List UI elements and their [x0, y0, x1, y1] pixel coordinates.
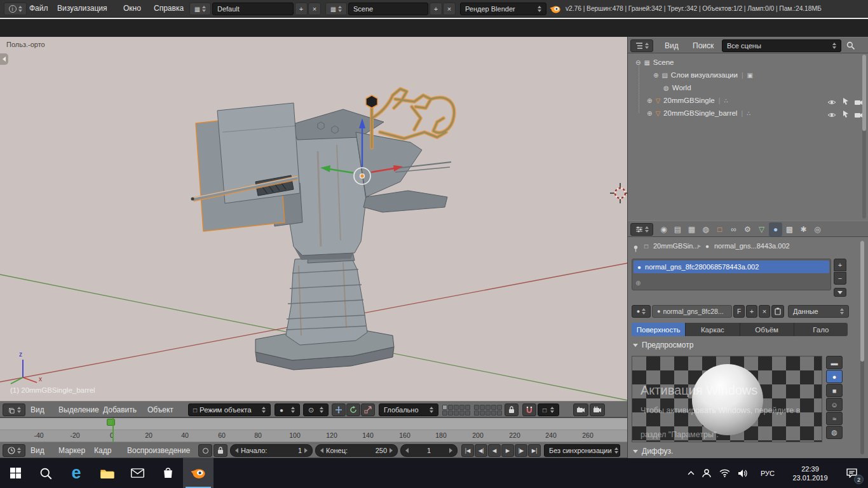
decrement-icon[interactable]: [320, 448, 323, 453]
region-expand-tab[interactable]: [0, 53, 8, 65]
screen-layout-browse-button[interactable]: ▦: [189, 3, 211, 15]
new-material-button[interactable]: +: [746, 305, 757, 318]
layer-toggle[interactable]: [454, 410, 459, 416]
breadcrumb-object[interactable]: 20mmGBSin...: [653, 242, 699, 250]
av-sync-select[interactable]: Без синхронизации: [544, 444, 620, 457]
render-toggle-icon[interactable]: ▣: [747, 72, 753, 79]
screen-layout-field[interactable]: Default: [212, 3, 294, 15]
remove-material-slot-button[interactable]: −: [834, 272, 846, 285]
file-explorer-button[interactable]: [92, 458, 122, 488]
menu-window[interactable]: Окно: [123, 0, 141, 17]
menu-file[interactable]: Файл: [29, 0, 48, 17]
mode-select[interactable]: □ Режим объекта: [188, 403, 271, 416]
preview-range-lock-button[interactable]: [214, 444, 227, 457]
type-halo-button[interactable]: Гало: [794, 323, 848, 336]
scrollbar-thumb[interactable]: [862, 55, 866, 131]
outliner-display-select[interactable]: Все сцены: [722, 39, 841, 52]
unlink-material-button[interactable]: ×: [759, 305, 770, 318]
outliner-scrollbar[interactable]: [862, 55, 866, 219]
selectability-icon[interactable]: [843, 96, 849, 107]
transform-orientation-select[interactable]: Глобально: [379, 403, 438, 416]
outliner-row-object[interactable]: ⊕ ▽ 20mmGBSingle | ∴: [647, 94, 731, 107]
add-scene-button[interactable]: +: [430, 3, 442, 15]
outliner-body[interactable]: ⊖ ▦ Scene ⊕ ▤ Слои визуализации | ▣ ◍ Wo…: [628, 53, 868, 220]
editor-type-3d-button[interactable]: [3, 403, 25, 416]
preview-world-button[interactable]: ◍: [826, 426, 843, 439]
delete-layout-button[interactable]: ×: [308, 3, 321, 15]
menu-select[interactable]: Выделение: [58, 402, 99, 418]
list-filter-expand-icon[interactable]: ⊕: [635, 280, 641, 287]
frame-end-field[interactable]: Конец: 250: [315, 444, 398, 457]
menu-view[interactable]: Вид: [31, 442, 44, 459]
layer-toggle[interactable]: [465, 405, 470, 410]
tab-constraints[interactable]: ∞: [727, 222, 740, 236]
manipulator-rotate-button[interactable]: [346, 403, 360, 416]
layer-toggle[interactable]: [474, 410, 479, 416]
pivot-point-select[interactable]: ⊙: [303, 403, 329, 416]
manipulator-translate-button[interactable]: [332, 403, 346, 416]
properties-scrollbar[interactable]: [860, 241, 864, 454]
outliner-row-scene[interactable]: ⊖ ▦ Scene: [635, 56, 674, 69]
renderability-icon[interactable]: [854, 109, 863, 121]
layer-toggle[interactable]: [474, 405, 479, 410]
material-slot-selected[interactable]: ● normal_gns_8fc280068578443a.002: [634, 261, 829, 273]
blender-taskbar-button[interactable]: [183, 458, 214, 488]
play-button[interactable]: ▶: [501, 444, 514, 457]
menu-marker[interactable]: Маркер: [58, 442, 85, 459]
scrollbar-thumb[interactable]: [860, 241, 864, 362]
tab-world[interactable]: ◍: [699, 222, 712, 236]
material-specials-button[interactable]: [834, 288, 846, 297]
tab-object[interactable]: □: [713, 222, 726, 236]
preview-panel-header[interactable]: Предпросмотр: [633, 341, 693, 349]
add-layout-button[interactable]: +: [295, 3, 308, 15]
menu-view[interactable]: Вид: [31, 402, 44, 418]
tray-show-hidden-icons[interactable]: [684, 458, 698, 488]
layer-toggle[interactable]: [485, 405, 491, 410]
diffuse-panel-header[interactable]: Диффуз.: [633, 447, 673, 456]
material-slot-list[interactable]: ● normal_gns_8fc280068578443a.002 ⊕: [632, 259, 831, 290]
type-volume-button[interactable]: Объём: [740, 323, 794, 336]
play-reverse-button[interactable]: ◀: [488, 444, 501, 457]
layer-toggle[interactable]: [448, 405, 453, 410]
layer-toggle[interactable]: [448, 410, 453, 416]
tab-modifiers[interactable]: ⚙: [741, 222, 754, 236]
collapse-icon[interactable]: ⊖: [635, 59, 641, 66]
edge-icon[interactable]: e: [61, 458, 92, 488]
timeline-ruler[interactable]: [0, 430, 628, 442]
current-frame-field[interactable]: 1: [400, 444, 458, 457]
expand-icon[interactable]: ⊕: [653, 72, 658, 79]
selectability-icon[interactable]: [843, 109, 849, 120]
tab-object-data[interactable]: ▽: [755, 222, 768, 236]
decrement-icon[interactable]: [235, 448, 238, 453]
pin-icon[interactable]: [633, 243, 639, 255]
material-name-field[interactable]: ● normal_gns_8fc28...: [652, 305, 732, 318]
manipulator-scale-button[interactable]: [361, 403, 375, 416]
scene-name-field[interactable]: Scene: [348, 3, 428, 15]
start-button[interactable]: [0, 458, 31, 488]
menu-search[interactable]: Поиск: [693, 37, 714, 54]
store-button[interactable]: [153, 458, 183, 488]
frame-start-field[interactable]: Начало: 1: [230, 444, 313, 457]
layer-toggle[interactable]: [497, 410, 502, 416]
outliner-row-render-layers[interactable]: ⊕ ▤ Слои визуализации | ▣: [653, 69, 756, 81]
layer-toggle[interactable]: [480, 410, 485, 416]
menu-view[interactable]: Вид: [665, 37, 679, 54]
viewport-3d[interactable]: Польз.-орто z x (1) 20mmGBSingle_barrel: [0, 37, 628, 401]
viewport-shading-select[interactable]: ●: [275, 403, 300, 416]
snap-toggle-button[interactable]: [522, 403, 536, 416]
outliner-row-world[interactable]: ◍ World: [663, 81, 691, 94]
type-surface-button[interactable]: Поверхность: [632, 323, 686, 336]
menu-frame[interactable]: Кадр: [94, 442, 111, 459]
next-keyframe-button[interactable]: |▶: [515, 444, 527, 457]
breadcrumb-material[interactable]: normal_gns...8443a.002: [714, 242, 790, 250]
increment-icon[interactable]: [390, 448, 393, 453]
menu-render[interactable]: Визуализация: [57, 0, 107, 17]
language-indicator[interactable]: РУС: [755, 458, 780, 488]
mail-button[interactable]: [122, 458, 153, 488]
tab-particles[interactable]: ✱: [797, 222, 810, 236]
layer-toggle[interactable]: [459, 410, 465, 416]
layer-toggle[interactable]: [480, 405, 485, 410]
menu-object[interactable]: Объект: [147, 402, 173, 418]
browse-material-button[interactable]: ●: [632, 305, 651, 318]
jump-to-start-button[interactable]: |◀: [461, 444, 474, 457]
